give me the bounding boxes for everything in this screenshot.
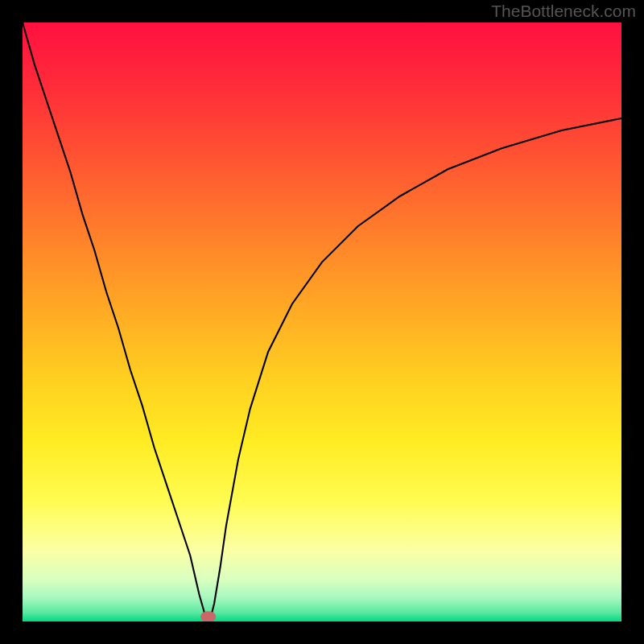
chart-background: [23, 23, 621, 621]
chart-svg: [23, 23, 621, 621]
watermark-text: TheBottleneck.com: [491, 2, 636, 21]
chart-plot-area: [23, 23, 621, 621]
